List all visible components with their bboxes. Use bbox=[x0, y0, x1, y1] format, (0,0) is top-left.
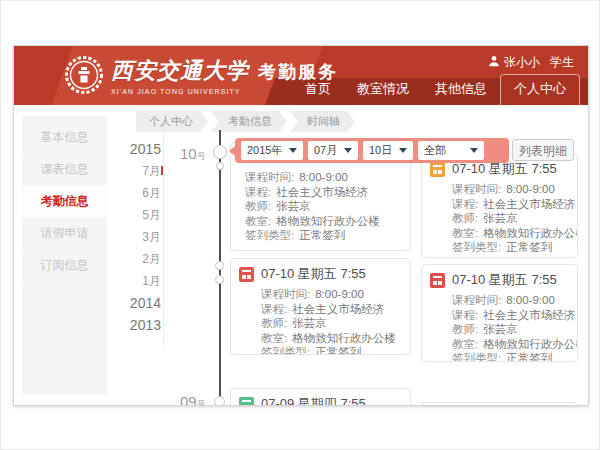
card-field: 教师:张芸京 bbox=[245, 199, 402, 214]
card-field: 课程时间:8:00-9:00 bbox=[261, 287, 402, 302]
card-header: 07-10 星期五 7:55 bbox=[422, 265, 577, 291]
sidebar-item-basic-info[interactable]: 基本信息 bbox=[22, 122, 107, 154]
card-field: 课程时间:8:00-9:00 bbox=[245, 170, 402, 185]
calendar-icon bbox=[430, 273, 445, 288]
nav-classrooms[interactable]: 教室情况 bbox=[344, 75, 422, 105]
month-nav-jul[interactable]: 7月 bbox=[117, 160, 161, 182]
screenshot-frame: 西安交通大学 考勤服务 XI'AN JIAO TONG UNIVERSITY 张… bbox=[0, 0, 600, 450]
month-select[interactable]: 07月 bbox=[308, 141, 358, 160]
card-pointer bbox=[230, 398, 232, 406]
month-nav-may[interactable]: 5月 bbox=[117, 204, 161, 226]
card-field: 签到类型:正常签到 bbox=[261, 345, 402, 355]
card-field-label: 课程时间: bbox=[245, 171, 294, 183]
user-info[interactable]: 张小小 学生 bbox=[488, 54, 574, 71]
calendar-icon bbox=[430, 162, 445, 177]
card-field-value: 张芸京 bbox=[276, 200, 311, 212]
card-field-label: 课程: bbox=[245, 186, 271, 198]
category-select-value: 全部 bbox=[424, 143, 446, 158]
top-nav: 首页 教室情况 其他信息 个人中心 bbox=[292, 74, 580, 105]
card-field: 课程:社会主义市场经济 bbox=[261, 302, 402, 317]
year-nav-2014[interactable]: 2014 bbox=[117, 292, 161, 314]
month-nav-mar[interactable]: 3月 bbox=[117, 226, 161, 248]
card-field-label: 课程时间: bbox=[452, 183, 501, 195]
card-field-value: 社会主义市场经济 bbox=[292, 303, 384, 315]
attendance-card: 07-10 星期五 7:55 课程时间:8:00-9:00课程:社会主义市场经济… bbox=[230, 258, 411, 355]
card-field: 签到类型:正常签到 bbox=[452, 240, 569, 255]
card-title: 07-10 星期五 7:55 bbox=[261, 265, 366, 283]
card-field-label: 签到类型: bbox=[452, 241, 501, 253]
card-field: 签到类型:正常签到 bbox=[452, 351, 569, 362]
chevron-down-icon bbox=[470, 148, 478, 153]
card-field-value: 正常签到 bbox=[299, 229, 345, 241]
timeline-node bbox=[214, 396, 225, 406]
timeline-node bbox=[215, 261, 224, 270]
card-field-value: 8:00-9:00 bbox=[506, 183, 555, 195]
date-filter-bar: 2015年 07月 10日 全部 bbox=[235, 138, 509, 163]
card-field: 教室:格物致知行政办公楼 bbox=[452, 337, 569, 352]
card-field-value: 正常签到 bbox=[315, 346, 361, 355]
attendance-card: 07-10 星期五 7:55 课程时间:8:00-9:00课程:社会主义市场经济… bbox=[421, 153, 578, 258]
calendar-icon bbox=[239, 397, 254, 407]
year-nav-2015[interactable]: 2015 bbox=[117, 138, 161, 160]
card-field-value: 社会主义市场经济 bbox=[483, 198, 575, 210]
card-field: 教师:张芸京 bbox=[261, 316, 402, 331]
category-select[interactable]: 全部 bbox=[418, 141, 484, 160]
chevron-down-icon bbox=[399, 148, 407, 153]
year-select[interactable]: 2015年 bbox=[241, 141, 303, 160]
card-field-label: 教师: bbox=[261, 317, 287, 329]
card-field: 课程:社会主义市场经济 bbox=[452, 197, 569, 212]
card-field-label: 课程: bbox=[452, 309, 478, 321]
current-month-marker bbox=[161, 166, 163, 175]
card-field-label: 教师: bbox=[452, 212, 478, 224]
day-select-value: 10日 bbox=[369, 143, 392, 158]
card-field-label: 课程时间: bbox=[452, 294, 501, 306]
year-nav-2013[interactable]: 2013 bbox=[117, 314, 161, 336]
card-field-label: 教室: bbox=[245, 215, 271, 227]
day-select[interactable]: 10日 bbox=[363, 141, 413, 160]
breadcrumb-personal-center[interactable]: 个人中心 bbox=[136, 111, 208, 132]
app-header: 西安交通大学 考勤服务 XI'AN JIAO TONG UNIVERSITY 张… bbox=[14, 46, 588, 105]
month-nav-feb[interactable]: 2月 bbox=[117, 248, 161, 270]
card-pointer bbox=[230, 268, 232, 280]
nav-personal-center[interactable]: 个人中心 bbox=[500, 74, 580, 105]
card-field: 课程:社会主义市场经济 bbox=[452, 308, 569, 323]
month-nav-jan[interactable]: 1月 bbox=[117, 270, 161, 292]
calendar-icon bbox=[239, 267, 254, 282]
attendance-app-window: 西安交通大学 考勤服务 XI'AN JIAO TONG UNIVERSITY 张… bbox=[13, 45, 589, 406]
sidebar-item-leave-request[interactable]: 请假申请 bbox=[22, 218, 107, 250]
day-marker-10: 10号 bbox=[180, 145, 206, 163]
card-fields: 课程时间:8:00-9:00课程:社会主义市场经济教师:张芸京教室:格物致知行政… bbox=[422, 180, 577, 258]
list-detail-button[interactable]: 列表明细 bbox=[512, 139, 574, 161]
card-field-value: 8:00-9:00 bbox=[299, 171, 348, 183]
card-header: 07-09 星期四 7:55 bbox=[231, 389, 410, 406]
user-role: 学生 bbox=[550, 54, 574, 71]
sidebar-item-schedule-info[interactable]: 课表信息 bbox=[22, 154, 107, 186]
breadcrumb-attendance-info[interactable]: 考勤信息 bbox=[211, 111, 287, 132]
card-field-label: 课程时间: bbox=[261, 288, 310, 300]
month-nav-jun[interactable]: 6月 bbox=[117, 182, 161, 204]
card-field-value: 社会主义市场经济 bbox=[276, 186, 368, 198]
breadcrumb-timeline[interactable]: 时间轴 bbox=[290, 111, 355, 132]
sidebar-item-subscription-info[interactable]: 订阅信息 bbox=[22, 250, 107, 282]
university-name-cn: 西安交通大学 bbox=[111, 56, 249, 86]
card-field-value: 格物致知行政办公楼 bbox=[292, 332, 396, 344]
card-field-label: 教师: bbox=[245, 200, 271, 212]
year-select-value: 2015年 bbox=[247, 143, 282, 158]
card-field: 课程时间:8:00-9:00 bbox=[452, 293, 569, 308]
card-field-label: 签到类型: bbox=[261, 346, 310, 355]
nav-home[interactable]: 首页 bbox=[292, 75, 344, 105]
card-field-value: 张芸京 bbox=[483, 212, 518, 224]
card-field: 课程时间:8:00-9:00 bbox=[452, 182, 569, 197]
card-field-value: 8:00-9:00 bbox=[506, 294, 555, 306]
card-field-value: 格物致知行政办公楼 bbox=[276, 215, 380, 227]
card-field-value: 格物致知行政办公楼 bbox=[483, 338, 578, 350]
card-field-value: 张芸京 bbox=[292, 317, 327, 329]
card-field: 教室:格物致知行政办公楼 bbox=[245, 214, 402, 229]
card-field-label: 签到类型: bbox=[245, 229, 294, 241]
nav-other-info[interactable]: 其他信息 bbox=[422, 75, 500, 105]
card-field-value: 张芸京 bbox=[483, 323, 518, 335]
month-select-value: 07月 bbox=[314, 143, 337, 158]
sidebar-item-attendance-info[interactable]: 考勤信息 bbox=[22, 186, 107, 218]
card-field-label: 教室: bbox=[452, 338, 478, 350]
user-name: 张小小 bbox=[504, 54, 540, 71]
